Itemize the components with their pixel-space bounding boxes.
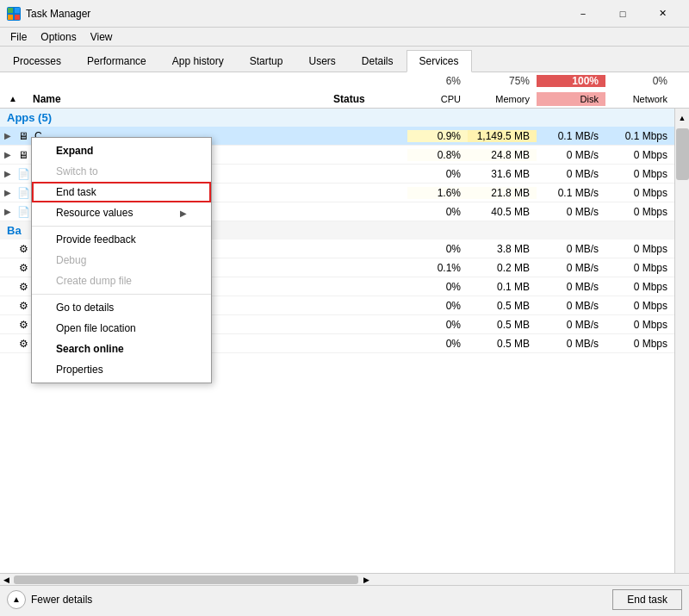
tab-performance[interactable]: Performance: [74, 50, 159, 72]
minimize-button[interactable]: −: [563, 0, 603, 28]
process-icon: 📄: [16, 187, 31, 199]
tab-details[interactable]: Details: [349, 50, 407, 72]
expand-icon[interactable]: ▶: [0, 169, 16, 178]
process-network: 0 Mbps: [605, 187, 674, 199]
scrollbar-track: [675, 128, 689, 594]
col-cpu-header[interactable]: CPU: [407, 92, 468, 106]
process-memory: 0.5 MB: [468, 338, 537, 350]
vertical-scrollbar[interactable]: ▲ ▼: [674, 109, 689, 613]
process-icon: 📄: [16, 168, 31, 180]
scroll-right[interactable]: ▶: [360, 574, 372, 586]
ctx-open-file-location[interactable]: Open file location: [32, 318, 211, 339]
bottom-bar: ▲ Fewer details End task: [0, 585, 689, 613]
svg-rect-3: [15, 15, 20, 20]
window-controls: − □ ✕: [563, 0, 682, 28]
col-network-header[interactable]: Network: [605, 92, 674, 106]
ctx-expand[interactable]: Expand: [32, 140, 211, 161]
expand-icon[interactable]: ▶: [0, 207, 16, 216]
process-memory: 0.2 MB: [468, 262, 537, 274]
process-cpu: 0%: [407, 300, 468, 312]
ctx-debug: Debug: [32, 250, 211, 271]
process-network: 0 Mbps: [605, 262, 674, 274]
scroll-up[interactable]: ▲: [675, 109, 690, 128]
horizontal-scrollbar[interactable]: ◀ ▶: [0, 573, 689, 585]
submenu-arrow: ▶: [180, 208, 187, 218]
expand-icon[interactable]: ▶: [0, 188, 16, 197]
svg-rect-1: [15, 8, 20, 13]
process-network: 0 Mbps: [605, 300, 674, 312]
sort-arrow: ▲: [0, 92, 26, 105]
title-bar: Task Manager − □ ✕: [0, 0, 689, 28]
network-percent: 0%: [605, 75, 674, 87]
process-disk: 0 MB/s: [537, 319, 605, 331]
tab-processes[interactable]: Processes: [0, 50, 74, 72]
process-cpu: 0.1%: [407, 262, 468, 274]
process-memory: 40.5 MB: [468, 206, 537, 218]
process-network: 0 Mbps: [605, 319, 674, 331]
process-cpu: 0.8%: [407, 149, 468, 161]
col-memory-header[interactable]: Memory: [468, 92, 537, 106]
menu-options[interactable]: Options: [34, 29, 83, 45]
tab-startup[interactable]: Startup: [237, 50, 296, 72]
close-button[interactable]: ✕: [642, 0, 682, 28]
scrollbar-thumb[interactable]: [676, 128, 689, 180]
process-memory: 0.5 MB: [468, 319, 537, 331]
process-memory: 0.5 MB: [468, 300, 537, 312]
process-disk: 0 MB/s: [537, 300, 605, 312]
process-icon: ⚙: [16, 262, 31, 274]
memory-percent: 75%: [468, 75, 537, 87]
process-disk: 0 MB/s: [537, 262, 605, 274]
expand-icon[interactable]: ▶: [0, 131, 16, 140]
col-status-header[interactable]: Status: [330, 91, 407, 107]
process-disk: 0 MB/s: [537, 206, 605, 218]
scroll-left[interactable]: ◀: [0, 574, 12, 586]
h-scrollbar-thumb[interactable]: [14, 576, 358, 584]
disk-percent: 100%: [537, 75, 605, 87]
ctx-search-online[interactable]: Search online: [32, 339, 211, 359]
col-disk-header[interactable]: Disk: [537, 92, 605, 106]
ctx-end-task[interactable]: End task: [32, 182, 211, 202]
process-network: 0.1 Mbps: [605, 130, 674, 142]
ctx-properties[interactable]: Properties: [32, 359, 211, 380]
process-icon: ⚙: [16, 281, 31, 293]
window-title: Task Manager: [26, 8, 563, 20]
menu-file[interactable]: File: [3, 29, 34, 45]
tab-services[interactable]: Services: [407, 50, 472, 72]
process-cpu: 0%: [407, 168, 468, 180]
process-disk: 0 MB/s: [537, 338, 605, 350]
process-cpu: 0%: [407, 206, 468, 218]
process-memory: 24.8 MB: [468, 149, 537, 161]
tab-users[interactable]: Users: [295, 50, 348, 72]
ctx-provide-feedback[interactable]: Provide feedback: [32, 229, 211, 250]
col-name-header[interactable]: Name: [26, 91, 330, 107]
expand-icon[interactable]: ▶: [0, 150, 16, 159]
process-network: 0 Mbps: [605, 281, 674, 293]
fewer-details-label: Fewer details: [31, 594, 92, 606]
process-memory: 1,149.5 MB: [468, 130, 537, 142]
process-disk: 0 MB/s: [537, 243, 605, 255]
process-memory: 3.8 MB: [468, 243, 537, 255]
process-memory: 31.6 MB: [468, 168, 537, 180]
ctx-go-to-details[interactable]: Go to details: [32, 297, 211, 318]
process-disk: 0 MB/s: [537, 281, 605, 293]
process-cpu: 1.6%: [407, 187, 468, 199]
process-icon: ⚙: [16, 338, 31, 350]
menu-view[interactable]: View: [84, 29, 120, 45]
process-icon: ⚙: [16, 243, 31, 255]
ctx-resource-values[interactable]: Resource values ▶: [32, 202, 211, 223]
maximize-button[interactable]: □: [603, 0, 642, 28]
cpu-percent: 6%: [407, 75, 468, 87]
process-icon: ⚙: [16, 300, 31, 312]
process-network: 0 Mbps: [605, 338, 674, 350]
percentage-row: 6% 75% 100% 0%: [0, 72, 689, 90]
process-disk: 0 MB/s: [537, 149, 605, 161]
process-memory: 21.8 MB: [468, 187, 537, 199]
process-disk: 0 MB/s: [537, 168, 605, 180]
ctx-separator-2: [32, 294, 211, 295]
ctx-create-dump: Create dump file: [32, 271, 211, 291]
end-task-button[interactable]: End task: [612, 589, 682, 610]
context-menu: Expand Switch to End task Resource value…: [31, 137, 212, 383]
main-content: 6% 75% 100% 0% ▲ Name Status CPU Memory …: [0, 72, 689, 613]
tab-app-history[interactable]: App history: [159, 50, 237, 72]
fewer-details-button[interactable]: ▲ Fewer details: [7, 590, 92, 609]
